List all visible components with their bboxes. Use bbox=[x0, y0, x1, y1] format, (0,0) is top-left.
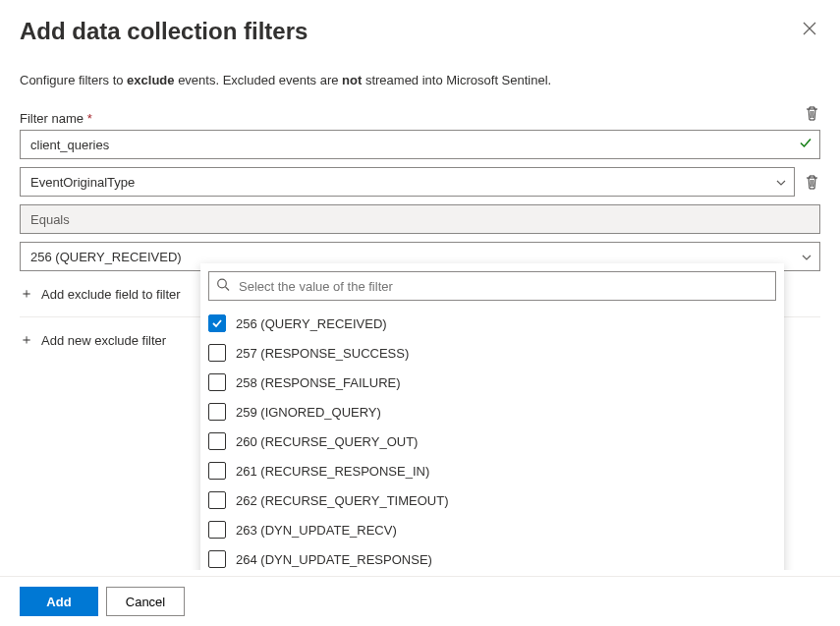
dropdown-option-label: 259 (IGNORED_QUERY) bbox=[236, 405, 381, 420]
chevron-down-icon bbox=[776, 176, 786, 188]
dropdown-search-input[interactable] bbox=[208, 271, 776, 301]
close-icon[interactable] bbox=[799, 18, 820, 42]
field-select[interactable]: EventOriginalType bbox=[20, 167, 795, 197]
filter-name-label: Filter name * bbox=[20, 111, 820, 126]
value-dropdown: 256 (QUERY_RECEIVED)257 (RESPONSE_SUCCES… bbox=[200, 263, 784, 570]
dropdown-option-label: 264 (DYN_UPDATE_RESPONSE) bbox=[236, 552, 432, 567]
dropdown-list[interactable]: 256 (QUERY_RECEIVED)257 (RESPONSE_SUCCES… bbox=[200, 309, 784, 570]
dropdown-option-label: 263 (DYN_UPDATE_RECV) bbox=[236, 523, 397, 538]
delete-field-icon[interactable] bbox=[803, 173, 820, 191]
field-select-value: EventOriginalType bbox=[30, 175, 135, 190]
dropdown-option-label: 260 (RECURSE_QUERY_OUT) bbox=[236, 434, 418, 449]
add-field-label: Add exclude field to filter bbox=[41, 287, 181, 302]
delete-filter-icon[interactable] bbox=[803, 104, 820, 122]
checkbox[interactable] bbox=[208, 373, 226, 391]
dropdown-option-label: 257 (RESPONSE_SUCCESS) bbox=[236, 346, 409, 361]
dropdown-option[interactable]: 264 (DYN_UPDATE_RESPONSE) bbox=[200, 544, 784, 570]
checkbox[interactable] bbox=[208, 462, 226, 480]
dropdown-option[interactable]: 263 (DYN_UPDATE_RECV) bbox=[200, 515, 784, 544]
search-icon bbox=[216, 278, 230, 295]
dropdown-option-label: 261 (RECURSE_RESPONSE_IN) bbox=[236, 464, 429, 479]
filter-name-input[interactable] bbox=[20, 130, 820, 159]
dropdown-option-label: 262 (RECURSE_QUERY_TIMEOUT) bbox=[236, 493, 448, 508]
chevron-down-icon bbox=[802, 251, 812, 262]
dropdown-option[interactable]: 256 (QUERY_RECEIVED) bbox=[200, 309, 784, 338]
svg-point-0 bbox=[218, 279, 227, 288]
operator-select-value: Equals bbox=[30, 212, 70, 227]
checkbox[interactable] bbox=[208, 521, 226, 539]
cancel-button[interactable]: Cancel bbox=[106, 587, 185, 616]
add-filter-button[interactable]: ＋ Add new exclude filter bbox=[20, 325, 166, 355]
dropdown-option-label: 258 (RESPONSE_FAILURE) bbox=[236, 375, 401, 390]
checkbox[interactable] bbox=[208, 491, 226, 509]
dropdown-option[interactable]: 258 (RESPONSE_FAILURE) bbox=[200, 368, 784, 397]
add-filter-label: Add new exclude filter bbox=[41, 333, 166, 348]
plus-icon: ＋ bbox=[20, 331, 33, 349]
dropdown-option[interactable]: 257 (RESPONSE_SUCCESS) bbox=[200, 338, 784, 368]
checkbox[interactable] bbox=[208, 403, 226, 421]
checkbox[interactable] bbox=[208, 550, 226, 568]
add-button[interactable]: Add bbox=[20, 587, 98, 616]
dropdown-option[interactable]: 260 (RECURSE_QUERY_OUT) bbox=[200, 427, 784, 456]
dropdown-option[interactable]: 261 (RECURSE_RESPONSE_IN) bbox=[200, 456, 784, 485]
footer: Add Cancel bbox=[0, 576, 840, 626]
add-field-button[interactable]: ＋ Add exclude field to filter bbox=[20, 279, 181, 309]
page-title: Add data collection filters bbox=[20, 18, 308, 45]
checkbox[interactable] bbox=[208, 314, 226, 332]
value-select-value: 256 (QUERY_RECEIVED) bbox=[30, 250, 182, 264]
dropdown-option[interactable]: 262 (RECURSE_QUERY_TIMEOUT) bbox=[200, 485, 784, 515]
description-text: Configure filters to exclude events. Exc… bbox=[20, 73, 820, 87]
plus-icon: ＋ bbox=[20, 285, 33, 303]
dropdown-option[interactable]: 259 (IGNORED_QUERY) bbox=[200, 397, 784, 427]
operator-select: Equals bbox=[20, 204, 820, 234]
dropdown-option-label: 256 (QUERY_RECEIVED) bbox=[236, 316, 387, 331]
checkbox[interactable] bbox=[208, 432, 226, 450]
checkbox[interactable] bbox=[208, 344, 226, 362]
valid-check-icon bbox=[799, 137, 812, 153]
